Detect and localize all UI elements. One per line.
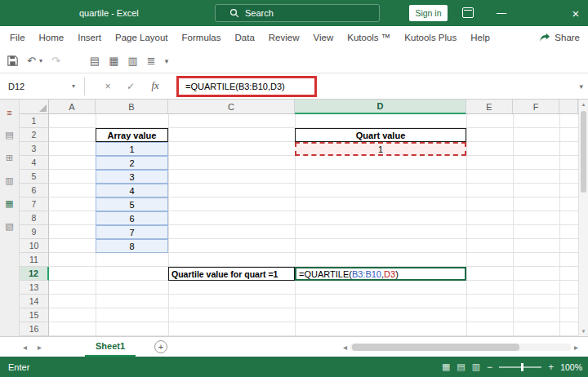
clipboard-icon[interactable]: ▤ (5, 130, 13, 140)
column-header-B[interactable]: B (96, 100, 168, 114)
undo-dropdown-icon[interactable]: ▾ (39, 57, 42, 64)
grid-icon[interactable]: ▦ (109, 55, 118, 67)
row-header-4[interactable]: 4 (20, 156, 49, 170)
row-header-8[interactable]: 8 (20, 211, 49, 225)
column-header-C[interactable]: C (168, 100, 295, 114)
save-icon[interactable] (7, 55, 18, 66)
select-all-corner[interactable] (20, 100, 49, 114)
search-input[interactable]: Search (215, 4, 380, 22)
insert-function-icon[interactable]: fx (145, 73, 165, 99)
row-header-12[interactable]: 12 (20, 267, 49, 281)
cell-B2[interactable]: Array value (96, 128, 168, 142)
menu-icon[interactable]: ≡ (7, 108, 11, 118)
cell-B8[interactable]: 6 (96, 211, 168, 225)
tab-kutools-plus[interactable]: Kutools Plus (404, 33, 457, 42)
undo-icon[interactable]: ↶ (27, 55, 36, 67)
vertical-scrollbar[interactable]: ▴ ▾ (578, 100, 588, 336)
row-header-16[interactable]: 16 (20, 322, 49, 336)
column-header-E[interactable]: E (466, 100, 513, 114)
cell-D3[interactable]: 1 (295, 142, 466, 156)
row-header-9[interactable]: 9 (20, 225, 49, 239)
hscroll-left-icon[interactable]: ◂ (343, 343, 347, 352)
enter-icon[interactable]: ✓ (121, 73, 140, 99)
printer-icon[interactable]: ▥ (5, 175, 13, 186)
prev-sheet-icon[interactable]: ◂ (23, 337, 27, 357)
hscroll-track[interactable] (350, 344, 571, 351)
cell-C12[interactable]: Quartile value for quart =1 (168, 267, 295, 281)
tab-view[interactable]: View (314, 33, 334, 42)
cancel-icon[interactable]: × (98, 73, 118, 99)
cell-B9[interactable]: 7 (96, 225, 168, 239)
row-header-7[interactable]: 7 (20, 197, 49, 211)
qat-dropdown-icon[interactable]: ▾ (165, 57, 169, 65)
tab-file[interactable]: File (10, 33, 25, 42)
zoom-level: 100% (560, 362, 582, 372)
tab-page-layout[interactable]: Page Layout (115, 33, 168, 42)
hscroll-right-icon[interactable]: ▸ (574, 343, 578, 352)
cell-B5[interactable]: 3 (96, 170, 168, 184)
close-icon[interactable]: × (564, 0, 588, 26)
column-header-partial[interactable] (559, 100, 578, 114)
next-sheet-icon[interactable]: ▸ (38, 337, 42, 357)
sheet-tab-bar: ◂ ▸ Sheet1 + ◂ ▸ (0, 336, 588, 357)
tab-formulas[interactable]: Formulas (182, 33, 221, 42)
name-box-value: D12 (8, 82, 24, 91)
borders-icon[interactable]: ▥ (127, 55, 137, 67)
page-layout-view-icon[interactable]: ▤ (457, 361, 465, 372)
row-header-14[interactable]: 14 (20, 295, 49, 308)
namebox-dropdown-icon[interactable]: ▾ (72, 82, 75, 90)
sheet-tab-sheet1[interactable]: Sheet1 (85, 337, 136, 357)
row-header-3[interactable]: 3 (20, 142, 49, 156)
horizontal-scrollbar[interactable]: ◂ ▸ (343, 341, 578, 353)
row-header-15[interactable]: 15 (20, 308, 49, 322)
page-break-view-icon[interactable]: ▥ (472, 361, 480, 372)
row-header-6[interactable]: 6 (20, 184, 49, 197)
cell-B7[interactable]: 5 (96, 197, 168, 211)
normal-view-icon[interactable]: ▦ (442, 361, 450, 372)
row-header-10[interactable]: 10 (20, 239, 49, 253)
redo-icon[interactable]: ↷ (51, 55, 60, 67)
cell-B10[interactable]: 8 (96, 239, 168, 253)
tab-home[interactable]: Home (39, 33, 65, 42)
tab-data[interactable]: Data (235, 33, 255, 42)
column-header-D[interactable]: D (295, 100, 466, 114)
cell-B4[interactable]: 2 (96, 156, 168, 170)
name-box[interactable]: D12 ▾ (0, 73, 82, 99)
tab-insert[interactable]: Insert (78, 33, 101, 42)
formulabar-expand-icon[interactable]: ▾ (579, 73, 583, 99)
row-header-5[interactable]: 5 (20, 170, 49, 184)
ribbon-display-options-icon[interactable] (462, 7, 474, 18)
row-header-11[interactable]: 11 (20, 253, 49, 267)
column-header-F[interactable]: F (513, 100, 559, 114)
cell-D2[interactable]: Quart value (295, 128, 466, 142)
row-header-13[interactable]: 13 (20, 281, 49, 295)
table-icon[interactable]: ▤ (90, 55, 100, 67)
formula-bar: D12 ▾ × ✓ fx =QUARTILE(B3:B10,D3) ▾ (0, 73, 588, 100)
share-button[interactable]: Share (539, 26, 580, 49)
scroll-up-icon[interactable]: ▴ (579, 100, 588, 109)
hscroll-thumb[interactable] (352, 344, 519, 351)
list-icon[interactable]: ≣ (147, 55, 156, 67)
add-sheet-icon[interactable]: + (154, 340, 167, 353)
scroll-down-icon[interactable]: ▾ (579, 326, 588, 336)
tab-help[interactable]: Help (470, 33, 490, 42)
cell-D12[interactable]: =QUARTILE(B3:B10,D3) (295, 267, 466, 281)
zoom-out-icon[interactable]: − (487, 361, 492, 373)
zoom-in-icon[interactable]: + (548, 361, 554, 373)
zoom-slider[interactable] (499, 366, 541, 368)
row-header-2[interactable]: 2 (20, 128, 49, 142)
titlebar: quartile - Excel Search Sign in — × (0, 0, 588, 26)
tab-kutools[interactable]: Kutools ™ (347, 33, 390, 42)
workbook-icon[interactable]: ⊞ (6, 153, 13, 163)
row-header-1[interactable]: 1 (20, 114, 49, 128)
tab-review[interactable]: Review (269, 33, 300, 42)
cell-B6[interactable]: 4 (96, 184, 168, 197)
chart-icon[interactable]: ▧ (5, 221, 13, 232)
cell-B3[interactable]: 1 (96, 142, 168, 156)
minimize-icon[interactable]: — (490, 0, 513, 26)
column-header-A[interactable]: A (49, 100, 96, 114)
sign-in-button[interactable]: Sign in (409, 5, 448, 21)
zoom-slider-thumb[interactable] (521, 363, 523, 371)
vscroll-thumb[interactable] (581, 111, 586, 193)
sheet-grid-icon[interactable]: ▦ (5, 198, 13, 209)
